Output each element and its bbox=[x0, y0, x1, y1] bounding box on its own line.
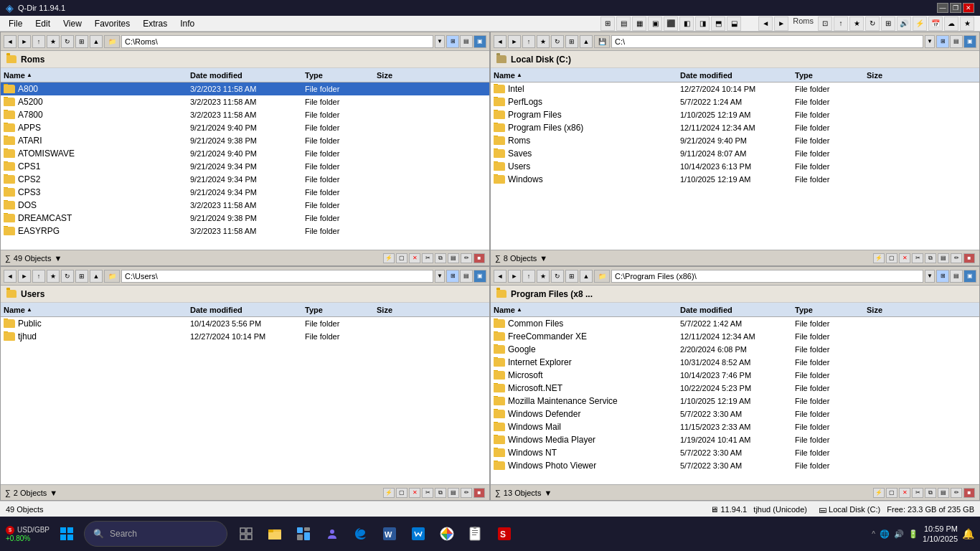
pane-br-st-icon1[interactable]: ⚡ bbox=[873, 488, 885, 498]
pane-bl-path-input[interactable] bbox=[121, 270, 433, 283]
toolbar-icon-3[interactable]: ▦ bbox=[632, 17, 646, 31]
global-nav-back[interactable]: ◄ bbox=[758, 17, 773, 31]
pane-bl-up2[interactable]: ▲ bbox=[90, 270, 103, 283]
table-row[interactable]: A7800 3/2/2023 11:58 AM File folder bbox=[1, 108, 489, 121]
pane-bl-fwd[interactable]: ► bbox=[18, 270, 31, 283]
col-name-tr[interactable]: Name ▲ bbox=[494, 71, 680, 80]
global-nav-fwd[interactable]: ► bbox=[774, 17, 788, 31]
pane-tr-path-input[interactable] bbox=[611, 35, 923, 48]
pane-tl-st-icon8[interactable]: ■ bbox=[473, 253, 485, 263]
pane-tl-st-icon4[interactable]: ✂ bbox=[422, 253, 433, 263]
table-row[interactable]: PerfLogs 5/7/2022 1:24 AM File folder bbox=[491, 95, 979, 108]
pane-tr-up[interactable]: ↑ bbox=[522, 35, 535, 48]
global-settings-4[interactable]: ☁ bbox=[944, 17, 958, 31]
pane-bl-fav[interactable]: ★ bbox=[47, 270, 60, 283]
pane-tr-st-icon8[interactable]: ■ bbox=[963, 253, 975, 263]
table-row[interactable]: Microsoft 10/14/2023 7:46 PM File folder bbox=[491, 369, 979, 382]
pane-tl-path-dropdown-arrow[interactable]: ▼ bbox=[435, 35, 445, 48]
pane-tl-up2[interactable]: ▲ bbox=[90, 35, 103, 48]
table-row[interactable]: Program Files 1/10/2025 12:19 AM File fo… bbox=[491, 108, 979, 121]
taskbar-teams[interactable] bbox=[319, 521, 345, 547]
pane-bl-path-dropdown-arrow[interactable]: ▼ bbox=[435, 270, 445, 283]
pane-tr-columns[interactable]: Name ▲ Date modified Type Size bbox=[491, 68, 979, 83]
toolbar-icon-4[interactable]: ▣ bbox=[648, 17, 662, 31]
menu-favorites[interactable]: Favorites bbox=[89, 17, 136, 30]
pane-tr-back[interactable]: ◄ bbox=[494, 35, 507, 48]
pane-bl-view2[interactable]: ▤ bbox=[460, 270, 473, 283]
pane-tl-body[interactable]: A800 3/2/2023 11:58 AM File folder A5200… bbox=[1, 83, 489, 250]
pane-bl-st-icon7[interactable]: ✏ bbox=[461, 488, 472, 498]
menu-edit[interactable]: Edit bbox=[29, 17, 56, 30]
pane-tr-st-icon7[interactable]: ✏ bbox=[951, 253, 962, 263]
pane-bl-body[interactable]: Public 10/14/2023 5:56 PM File folder tj… bbox=[1, 317, 489, 484]
table-row[interactable]: CPS1 9/21/2024 9:34 PM File folder bbox=[1, 160, 489, 173]
table-row[interactable]: Windows Photo Viewer 5/7/2022 3:30 AM Fi… bbox=[491, 459, 979, 472]
global-nav-7[interactable]: ⊞ bbox=[881, 17, 895, 31]
pane-tr-st-icon5[interactable]: ⧉ bbox=[925, 253, 936, 263]
pane-bl-st-icon1[interactable]: ⚡ bbox=[383, 488, 395, 498]
pane-tr-st-icon6[interactable]: ▤ bbox=[938, 253, 949, 263]
pane-br-back[interactable]: ◄ bbox=[494, 270, 507, 283]
col-name-br[interactable]: Name ▲ bbox=[494, 306, 680, 314]
table-row[interactable]: tjhud 12/27/2024 10:14 PM File folder bbox=[1, 330, 489, 343]
pane-tl-st-icon6[interactable]: ▤ bbox=[448, 253, 459, 263]
table-row[interactable]: Microsoft.NET 10/22/2024 5:23 PM File fo… bbox=[491, 382, 979, 395]
pane-bl-st-icon5[interactable]: ⧉ bbox=[435, 488, 446, 498]
pane-tl-view3[interactable]: ▣ bbox=[473, 35, 486, 48]
pane-bl-grid[interactable]: ⊞ bbox=[75, 270, 88, 283]
pane-tr-view2[interactable]: ▤ bbox=[950, 35, 963, 48]
pane-bl-dropdown-arrow[interactable]: ▼ bbox=[50, 489, 57, 497]
pane-tl-view1[interactable]: ⊞ bbox=[446, 35, 459, 48]
pane-br-fav[interactable]: ★ bbox=[537, 270, 550, 283]
table-row[interactable]: Internet Explorer 10/31/2024 8:52 AM Fil… bbox=[491, 356, 979, 369]
col-size-tl[interactable]: Size bbox=[377, 71, 434, 80]
pane-tl-fav[interactable]: ★ bbox=[47, 35, 60, 48]
pane-br-up2[interactable]: ▲ bbox=[580, 270, 593, 283]
pane-br-body[interactable]: Common Files 5/7/2022 1:42 AM File folde… bbox=[491, 317, 979, 484]
col-size-tr[interactable]: Size bbox=[867, 71, 924, 80]
table-row[interactable]: Roms 9/21/2024 9:40 PM File folder bbox=[491, 134, 979, 147]
tray-volume-icon[interactable]: 🔊 bbox=[894, 529, 904, 539]
pane-br-view1[interactable]: ⊞ bbox=[936, 270, 949, 283]
table-row[interactable]: Windows Defender 5/7/2022 3:30 AM File f… bbox=[491, 408, 979, 420]
toolbar-icon-8[interactable]: ⬒ bbox=[711, 17, 725, 31]
pane-tl-st-icon2[interactable]: ▢ bbox=[396, 253, 407, 263]
pane-bl-back[interactable]: ◄ bbox=[4, 270, 17, 283]
pane-bl-view1[interactable]: ⊞ bbox=[446, 270, 459, 283]
menu-file[interactable]: File bbox=[3, 17, 28, 30]
pane-tr-st-icon1[interactable]: ⚡ bbox=[873, 253, 885, 263]
table-row[interactable]: CPS3 9/21/2024 9:34 PM File folder bbox=[1, 186, 489, 199]
table-row[interactable]: EASYRPG 3/2/2023 11:58 AM File folder bbox=[1, 225, 489, 237]
table-row[interactable]: Windows Mail 11/15/2023 2:33 AM File fol… bbox=[491, 420, 979, 433]
col-size-br[interactable]: Size bbox=[867, 306, 924, 314]
pane-br-dropdown-arrow[interactable]: ▼ bbox=[544, 489, 552, 497]
table-row[interactable]: Mozilla Maintenance Service 1/10/2025 12… bbox=[491, 395, 979, 408]
pane-br-grid[interactable]: ⊞ bbox=[565, 270, 578, 283]
global-nav-4[interactable]: ↑ bbox=[834, 17, 848, 31]
pane-tr-up2[interactable]: ▲ bbox=[580, 35, 593, 48]
menu-info[interactable]: Info bbox=[174, 17, 200, 30]
search-bar[interactable]: 🔍 Search bbox=[84, 521, 227, 547]
toolbar-icon-2[interactable]: ▤ bbox=[616, 17, 631, 31]
pane-tl-st-icon5[interactable]: ⧉ bbox=[435, 253, 446, 263]
pane-tl-dropdown-arrow[interactable]: ▼ bbox=[54, 254, 62, 263]
menu-extras[interactable]: Extras bbox=[137, 17, 173, 30]
pane-br-st-icon7[interactable]: ✏ bbox=[951, 488, 962, 498]
table-row[interactable]: APPS 9/21/2024 9:40 PM File folder bbox=[1, 121, 489, 134]
col-name-bl[interactable]: Name ▲ bbox=[4, 306, 190, 314]
table-row[interactable]: ATOMISWAVE 9/21/2024 9:40 PM File folder bbox=[1, 147, 489, 160]
pane-br-refresh[interactable]: ↻ bbox=[551, 270, 564, 283]
pane-tr-view3[interactable]: ▣ bbox=[963, 35, 976, 48]
table-row[interactable]: Windows NT 5/7/2022 3:30 AM File folder bbox=[491, 446, 979, 459]
taskbar-notepad[interactable] bbox=[463, 521, 489, 547]
pane-tr-view1[interactable]: ⊞ bbox=[936, 35, 949, 48]
pane-tr-st-icon4[interactable]: ✂ bbox=[912, 253, 923, 263]
taskbar-chrome[interactable] bbox=[434, 521, 460, 547]
pane-tr-fwd[interactable]: ► bbox=[508, 35, 521, 48]
pane-tl-columns[interactable]: Name ▲ Date modified Type Size bbox=[1, 68, 489, 83]
pane-tr-refresh[interactable]: ↻ bbox=[551, 35, 564, 48]
table-row[interactable]: Program Files (x86) 12/11/2024 12:34 AM … bbox=[491, 121, 979, 134]
taskbar-widget[interactable] bbox=[291, 521, 316, 547]
pane-tr-path-dropdown-arrow[interactable]: ▼ bbox=[925, 35, 935, 48]
title-bar-controls[interactable]: — ❐ ✕ bbox=[937, 3, 974, 13]
